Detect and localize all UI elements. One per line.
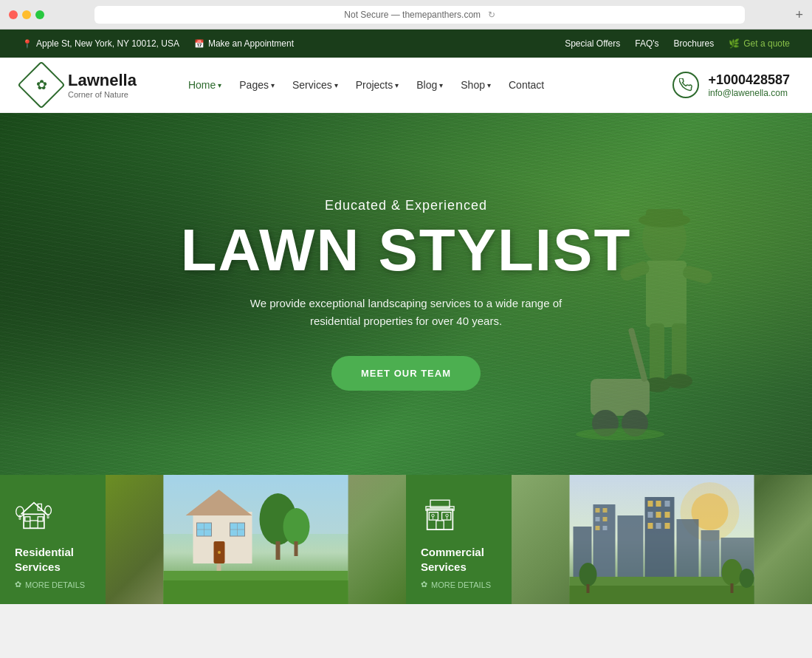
svg-rect-65 <box>603 508 608 513</box>
get-quote-link[interactable]: 🌿 Get a quote <box>729 38 790 49</box>
svg-rect-53 <box>442 513 451 520</box>
refresh-icon[interactable]: ↻ <box>488 10 495 20</box>
logo[interactable]: ✿ Lawnella Corner of Nature <box>22 66 137 104</box>
hero-content: Educated & Experienced LAWN STYLIST We p… <box>181 198 632 391</box>
svg-rect-16 <box>30 521 38 528</box>
location-icon: 📍 <box>22 39 32 49</box>
svg-point-86 <box>579 563 597 586</box>
residential-image <box>106 475 406 604</box>
logo-name: Lawnella <box>68 71 137 90</box>
svg-rect-85 <box>570 586 754 604</box>
svg-rect-48 <box>164 580 348 604</box>
calendar-icon: 📅 <box>194 39 204 49</box>
nav-contact-info: +1000428587 info@lawenella.com <box>672 72 790 98</box>
svg-rect-75 <box>648 512 653 518</box>
appointment-item[interactable]: 📅 Make an Appointment <box>194 38 294 49</box>
commercial-icon-wrap <box>421 496 459 538</box>
chevron-down-icon: ▾ <box>439 81 443 89</box>
nav-pages[interactable]: Pages ▾ <box>232 75 282 95</box>
chevron-down-icon: ▾ <box>271 81 275 89</box>
residential-service-card[interactable]: ResidentialServices ✿ MORE DETAILS <box>0 475 106 604</box>
brochures-link[interactable]: Brochures <box>674 38 715 49</box>
hero-subtitle: Educated & Experienced <box>181 198 632 213</box>
svg-rect-80 <box>665 523 670 529</box>
svg-rect-78 <box>648 523 653 529</box>
nav-shop[interactable]: Shop ▾ <box>453 75 498 95</box>
commercial-service-card[interactable]: CommercialServices ✿ MORE DETAILS <box>406 475 512 604</box>
residential-more-link[interactable]: ✿ MORE DETAILS <box>15 580 85 589</box>
logo-icon: ✿ <box>36 77 47 93</box>
svg-point-88 <box>722 559 743 586</box>
residential-title: ResidentialServices <box>15 545 74 574</box>
svg-rect-89 <box>731 583 734 593</box>
faqs-link[interactable]: FAQ's <box>635 38 658 49</box>
residential-more-label: MORE DETAILS <box>25 580 85 589</box>
hero-section: Educated & Experienced LAWN STYLIST We p… <box>0 113 812 475</box>
top-bar-right: Special Offers FAQ's Brochures 🌿 Get a q… <box>565 38 790 49</box>
commercial-image <box>512 475 812 604</box>
svg-rect-64 <box>596 508 600 513</box>
svg-rect-72 <box>648 501 653 507</box>
chevron-down-icon: ▾ <box>487 81 491 89</box>
svg-rect-77 <box>665 512 670 518</box>
hero-description: We provide exceptional landscaping servi… <box>181 295 632 330</box>
svg-rect-25 <box>164 475 348 534</box>
phone-number: +1000428587 <box>708 72 790 88</box>
svg-point-57 <box>446 514 448 516</box>
svg-rect-79 <box>656 523 661 529</box>
house-icon <box>15 496 53 535</box>
svg-rect-7 <box>672 323 687 379</box>
more-icon: ✿ <box>15 580 21 589</box>
svg-point-22 <box>45 506 52 515</box>
svg-point-55 <box>432 514 434 516</box>
address-bar[interactable]: Not Secure — themepanthers.com ↻ <box>94 6 745 24</box>
svg-rect-21 <box>19 515 21 519</box>
top-bar: 📍 Apple St, New York, NY 10012, USA 📅 Ma… <box>0 30 812 58</box>
nav-services[interactable]: Services ▾ <box>285 75 345 95</box>
svg-rect-66 <box>596 517 600 521</box>
svg-rect-17 <box>25 517 30 521</box>
chevron-down-icon: ▾ <box>334 81 338 89</box>
nav-home[interactable]: Home ▾ <box>181 75 229 95</box>
service-cards: ResidentialServices ✿ MORE DETAILS <box>0 475 812 604</box>
address-item: 📍 Apple St, New York, NY 10012, USA <box>22 38 179 49</box>
new-tab-button[interactable]: + <box>795 8 803 21</box>
nav-blog[interactable]: Blog ▾ <box>409 75 450 95</box>
contact-details: +1000428587 info@lawenella.com <box>708 72 790 98</box>
residential-icon-wrap <box>15 496 53 538</box>
nav-bar: ✿ Lawnella Corner of Nature Home ▾ Pages… <box>0 58 812 113</box>
phone-icon <box>672 72 699 98</box>
svg-rect-74 <box>665 501 670 507</box>
minimize-button[interactable] <box>22 10 31 19</box>
svg-point-9 <box>666 374 692 388</box>
close-button[interactable] <box>9 10 18 19</box>
svg-rect-39 <box>295 541 298 556</box>
address-text: Not Secure — themepanthers.com <box>344 10 481 20</box>
svg-point-29 <box>218 551 221 554</box>
meet-team-button[interactable]: MEET OUR TEAM <box>331 356 481 391</box>
svg-point-38 <box>283 508 310 545</box>
chevron-down-icon: ▾ <box>218 81 221 89</box>
svg-rect-37 <box>276 541 281 560</box>
svg-rect-73 <box>656 501 661 507</box>
svg-point-90 <box>740 569 754 588</box>
svg-rect-71 <box>645 497 675 589</box>
svg-rect-3 <box>646 261 687 327</box>
nav-menu: Home ▾ Pages ▾ Services ▾ Projects ▾ Blo… <box>181 75 551 95</box>
svg-rect-69 <box>603 526 608 530</box>
more-icon-2: ✿ <box>421 580 427 589</box>
svg-rect-67 <box>603 517 608 521</box>
chevron-down-icon: ▾ <box>395 81 399 89</box>
svg-rect-68 <box>596 526 600 530</box>
browser-chrome: Not Secure — themepanthers.com ↻ + <box>0 0 812 30</box>
special-offers-link[interactable]: Special Offers <box>565 38 620 49</box>
maximize-button[interactable] <box>35 10 44 19</box>
svg-rect-6 <box>650 323 664 383</box>
commercial-more-link[interactable]: ✿ MORE DETAILS <box>421 580 491 589</box>
svg-rect-18 <box>38 517 43 521</box>
traffic-lights <box>9 10 44 19</box>
svg-point-14 <box>576 428 664 440</box>
svg-rect-76 <box>656 512 661 518</box>
nav-contact[interactable]: Contact <box>501 75 551 95</box>
nav-projects[interactable]: Projects ▾ <box>348 75 407 95</box>
